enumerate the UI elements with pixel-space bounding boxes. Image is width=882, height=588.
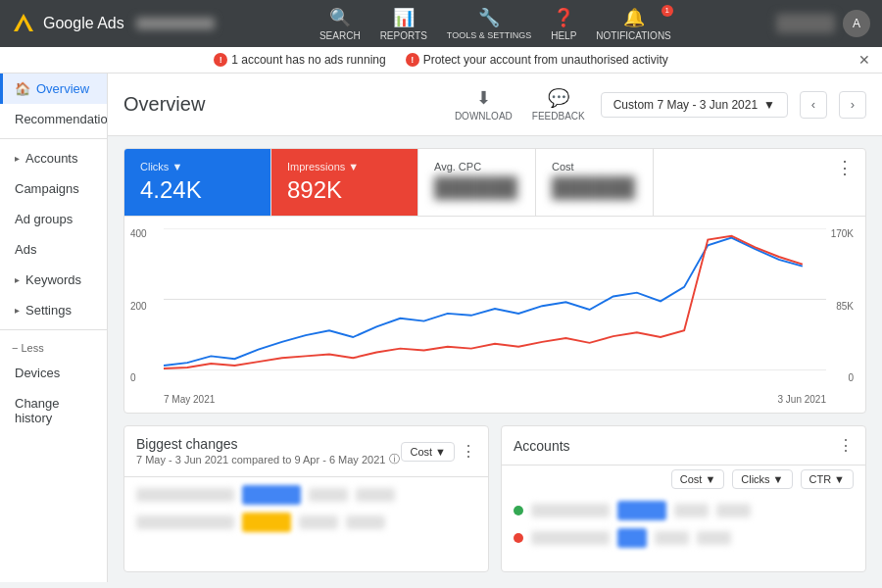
metrics-menu-button[interactable]: ⋮	[824, 149, 865, 216]
biggest-changes-title-area: Biggest changes 7 May - 3 Jun 2021 compa…	[136, 436, 400, 466]
top-navigation: Google Ads 🔍 SEARCH 📊 REPORTS 🔧 TOOLS & …	[0, 0, 882, 47]
notification-badge: 1	[662, 5, 673, 17]
dropdown-arrow-clicks: ▼	[773, 473, 784, 485]
accounts-card-body	[502, 493, 865, 571]
date-prev-button[interactable]: ‹	[800, 91, 827, 119]
search-icon: 🔍	[329, 7, 351, 28]
account-dot-1	[514, 506, 523, 515]
accounts-column-headers: Cost ▼ Clicks ▼ CTR ▼	[502, 466, 865, 493]
nav-reports[interactable]: 📊 REPORTS	[380, 7, 427, 41]
sidebar-divider-2	[0, 329, 107, 330]
expand-arrow-keywords: ▸	[15, 274, 20, 285]
notif-dot-1: !	[214, 53, 227, 67]
cost-value: ██████	[552, 176, 637, 199]
sidebar-item-ads[interactable]: Ads	[0, 234, 107, 265]
nav-tools[interactable]: 🔧 TOOLS & SETTINGS	[447, 7, 531, 40]
chart-y-right-labels: 170K 85K 0	[831, 228, 854, 383]
chart-x-labels: 7 May 2021 3 Jun 2021	[164, 394, 826, 405]
blurred-value-1	[309, 488, 348, 502]
home-icon: 🏠	[15, 81, 30, 96]
metric-spacer	[654, 149, 824, 216]
accounts-cost-select[interactable]: Cost ▼	[671, 469, 725, 489]
blurred-text-2	[136, 515, 234, 529]
notif-close-button[interactable]: ✕	[858, 52, 870, 68]
sidebar-item-devices[interactable]: Devices	[0, 358, 107, 388]
user-avatar[interactable]: A	[843, 10, 870, 37]
sidebar-item-keywords[interactable]: ▸ Keywords	[0, 265, 107, 295]
header-controls: ⬇ DOWNLOAD 💬 FEEDBACK Custom 7 May - 3 J…	[451, 83, 866, 125]
blurred-bar-yellow	[242, 513, 291, 532]
metrics-card: Clicks ▼ 4.24K Impressions ▼ 892K Avg. C…	[123, 148, 866, 414]
notif-item-1: ! 1 account has no ads running	[214, 53, 385, 67]
account-val-1	[674, 504, 709, 517]
date-range-text: Custom 7 May - 3 Jun 2021	[613, 98, 758, 112]
chart-y-left-labels: 400 200 0	[124, 228, 153, 383]
dropdown-arrow-cost: ▼	[705, 473, 715, 485]
accounts-clicks-select[interactable]: Clicks ▼	[732, 469, 792, 489]
info-icon: ⓘ	[389, 452, 400, 466]
accounts-ctr-select[interactable]: CTR ▼	[801, 469, 855, 489]
blurred-row-2	[136, 513, 476, 532]
bottom-cards: Biggest changes 7 May - 3 Jun 2021 compa…	[123, 425, 866, 572]
metric-avg-cpc[interactable]: Avg. CPC ██████	[418, 149, 536, 216]
nav-help[interactable]: ❓ HELP	[551, 7, 576, 41]
notification-bar: ! 1 account has no ads running ! Protect…	[0, 47, 882, 74]
biggest-changes-menu-button[interactable]: ⋮	[461, 442, 476, 461]
account-name-1	[531, 504, 610, 517]
accounts-menu-button[interactable]: ⋮	[838, 436, 854, 455]
avg-cpc-label: Avg. CPC	[434, 161, 519, 172]
metric-impressions[interactable]: Impressions ▼ 892K	[271, 149, 418, 216]
download-button[interactable]: ⬇ DOWNLOAD	[451, 83, 516, 125]
account-val-3	[655, 531, 689, 545]
logo-area: Google Ads	[12, 12, 215, 35]
dropdown-arrow-ctr: ▼	[834, 473, 845, 485]
chart-area: 400 200 0 170K 85K 0	[124, 217, 865, 413]
biggest-changes-card: Biggest changes 7 May - 3 Jun 2021 compa…	[123, 425, 489, 572]
metric-cost[interactable]: Cost ██████	[536, 149, 654, 216]
metric-clicks[interactable]: Clicks ▼ 4.24K	[124, 149, 271, 216]
google-ads-logo-icon	[12, 12, 35, 35]
accounts-card: Accounts ⋮ Cost ▼ Clicks ▼	[501, 425, 866, 572]
biggest-changes-body	[124, 477, 488, 556]
reports-icon: 📊	[393, 7, 415, 28]
account-name	[136, 18, 215, 29]
nav-search[interactable]: 🔍 SEARCH	[319, 7, 361, 41]
blurred-value-2	[356, 488, 395, 502]
sidebar-item-adgroups[interactable]: Ad groups	[0, 204, 107, 234]
help-icon: ❓	[553, 7, 574, 28]
impressions-value: 892K	[287, 176, 402, 204]
sidebar-divider-1	[0, 138, 107, 139]
content-header: Overview ⬇ DOWNLOAD 💬 FEEDBACK Custom 7 …	[108, 74, 882, 136]
sidebar-item-campaigns[interactable]: Campaigns	[0, 173, 107, 204]
sidebar-item-recommendations[interactable]: Recommendations	[0, 104, 107, 134]
content-area: Overview ⬇ DOWNLOAD 💬 FEEDBACK Custom 7 …	[108, 74, 882, 582]
sidebar-item-settings[interactable]: ▸ Settings	[0, 295, 107, 325]
date-next-button[interactable]: ›	[839, 91, 866, 119]
dropdown-icon: ▼	[763, 98, 775, 112]
account-row-1	[514, 501, 854, 520]
accounts-card-header: Accounts ⋮	[502, 426, 865, 466]
nav-notifications[interactable]: 🔔 1 NOTIFICATIONS	[596, 7, 670, 41]
chart-svg	[164, 228, 826, 370]
app-name: Google Ads	[43, 15, 124, 32]
sidebar-less-toggle[interactable]: − Less	[0, 334, 107, 358]
cost-label: Cost	[552, 161, 637, 172]
account-row-2	[514, 528, 854, 548]
account-val-4	[697, 531, 731, 545]
date-range-selector[interactable]: Custom 7 May - 3 Jun 2021 ▼	[601, 92, 788, 118]
feedback-button[interactable]: 💬 FEEDBACK	[528, 83, 589, 125]
account-selector[interactable]	[776, 14, 835, 33]
sidebar-item-change-history[interactable]: Change history	[0, 388, 107, 433]
clicks-value: 4.24K	[140, 176, 255, 204]
accounts-card-title: Accounts	[514, 438, 570, 454]
download-icon: ⬇	[476, 87, 491, 109]
sidebar-item-overview[interactable]: 🏠 Overview	[0, 74, 107, 104]
accounts-card-controls: ⋮	[838, 436, 854, 455]
sidebar-item-accounts[interactable]: ▸ Accounts	[0, 143, 107, 173]
page-title: Overview	[123, 93, 205, 116]
notif-dot-2: !	[406, 53, 419, 67]
biggest-changes-cost-select[interactable]: Cost ▼	[401, 442, 455, 462]
main-layout: 🏠 Overview Recommendations ▸ Accounts Ca…	[0, 74, 882, 582]
blurred-row-1	[136, 485, 476, 505]
expand-arrow-accounts: ▸	[15, 153, 20, 164]
